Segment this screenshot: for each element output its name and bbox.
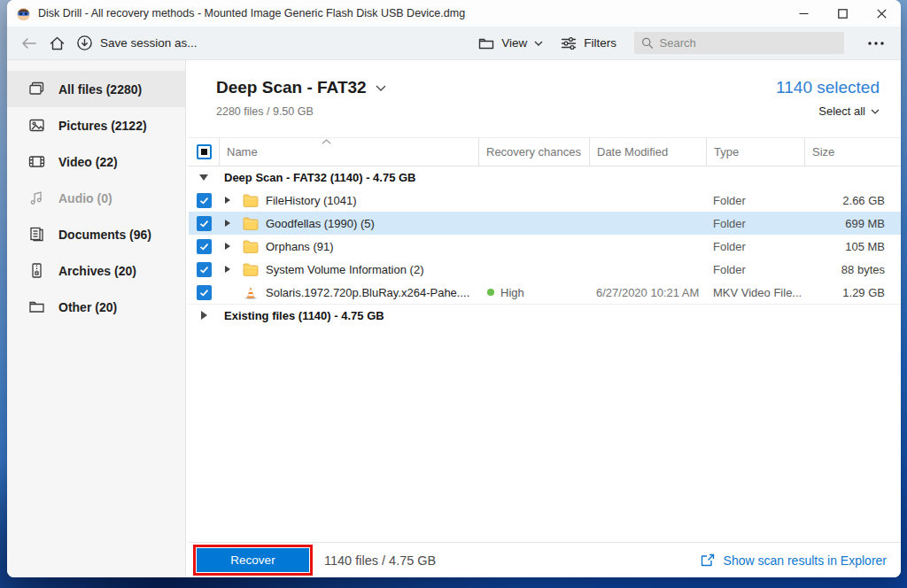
show-in-explorer-link[interactable]: Show scan results in Explorer (700, 553, 887, 568)
video-icon (28, 153, 45, 170)
check-icon (198, 287, 210, 298)
folder-icon (243, 263, 259, 276)
table-row[interactable]: System Volume Information (2) Folder 88 … (189, 258, 901, 281)
sidebar-item-label: Pictures (2122) (58, 119, 147, 133)
check-icon (198, 241, 210, 252)
minimize-icon (799, 9, 809, 19)
documents-icon (28, 226, 45, 243)
chevron-down-icon (871, 109, 880, 114)
bottom-bar: Recover 1140 files / 4.75 GB Show scan r… (189, 542, 901, 577)
pictures-icon (28, 117, 45, 134)
save-session-button[interactable]: Save session as... (76, 35, 198, 51)
annotation-highlight-box: Recover (193, 545, 313, 576)
table-row-selected[interactable]: Goodfellas (1990) (5) Folder 699 MB (189, 212, 901, 235)
search-box[interactable] (634, 32, 844, 54)
table-row[interactable]: Orphans (91) Folder 105 MB (189, 235, 901, 258)
row-checkbox[interactable] (197, 262, 212, 277)
select-all-label: Select all (818, 104, 865, 118)
sidebar-item-all-files[interactable]: All files (2280) (7, 71, 185, 107)
column-header-recovery[interactable]: Recovery chances (478, 138, 589, 166)
sidebar-item-archives[interactable]: Archives (20) (7, 252, 185, 289)
group-row-deep-scan[interactable]: Deep Scan - FAT32 (1140) - 4.75 GB (189, 166, 901, 189)
row-checkbox[interactable] (197, 239, 212, 254)
selected-count: 1140 selected (776, 78, 880, 97)
vlc-cone-icon (243, 286, 259, 299)
folder-icon (243, 194, 259, 207)
sidebar-item-label: Audio (0) (58, 191, 112, 205)
back-arrow-icon (21, 37, 36, 50)
collapse-arrow-icon[interactable] (199, 174, 208, 181)
chevron-down-icon (376, 85, 386, 91)
selection-summary: 1140 files / 4.75 GB (324, 553, 436, 568)
window-title: Disk Drill - All recovery methods - Moun… (38, 7, 465, 19)
chevron-down-icon (534, 41, 543, 46)
group-label: Deep Scan - FAT32 (1140) - 4.75 GB (219, 171, 901, 184)
file-type: MKV Video File... (706, 286, 804, 299)
check-icon (198, 264, 210, 275)
expand-arrow-icon[interactable] (225, 243, 230, 250)
expand-arrow-icon[interactable] (201, 311, 207, 320)
more-options-icon (868, 42, 884, 45)
all-files-icon (28, 81, 45, 97)
row-checkbox[interactable] (197, 285, 212, 300)
sidebar: All files (2280) Pictures (2122) Video (… (7, 60, 186, 577)
table-row[interactable]: Solaris.1972.720p.BluRay.x264-Pahe.... H… (189, 281, 901, 304)
archives-icon (28, 262, 45, 279)
column-header-type[interactable]: Type (706, 138, 804, 166)
table-row[interactable]: FileHistory (1041) Folder 2.66 GB (189, 189, 901, 212)
expand-arrow-icon[interactable] (225, 220, 230, 227)
maximize-button[interactable] (823, 0, 862, 27)
home-icon (49, 35, 66, 51)
filters-button[interactable]: Filters (561, 36, 616, 50)
recovery-chance: High (478, 286, 589, 299)
back-button[interactable] (14, 30, 43, 57)
other-icon (28, 298, 45, 315)
sidebar-item-video[interactable]: Video (22) (7, 143, 185, 180)
group-row-existing-files[interactable]: Existing files (1140) - 4.75 GB (189, 304, 901, 326)
main-panel: Deep Scan - FAT32 2280 files / 9.50 GB 1… (186, 60, 901, 577)
recover-button[interactable]: Recover (197, 548, 309, 572)
file-type: Folder (706, 240, 804, 253)
more-options-button[interactable] (862, 30, 890, 57)
search-input[interactable] (660, 36, 837, 50)
filters-icon (561, 36, 577, 50)
expand-arrow-icon[interactable] (225, 266, 230, 273)
row-checkbox[interactable] (197, 193, 212, 208)
column-header-size[interactable]: Size (804, 138, 901, 166)
sidebar-item-label: Documents (96) (58, 228, 151, 242)
close-button[interactable] (862, 0, 901, 27)
sort-ascending-icon (322, 139, 331, 144)
select-all-checkbox[interactable] (197, 144, 212, 159)
check-icon (198, 195, 210, 206)
file-size: 699 MB (804, 217, 901, 230)
search-icon (641, 36, 654, 50)
toolbar: Save session as... View Filters (7, 27, 901, 60)
file-name: System Volume Information (2) (266, 263, 423, 276)
column-header-date[interactable]: Date Modified (589, 138, 706, 166)
column-header-name[interactable]: Name (219, 138, 478, 166)
home-button[interactable] (43, 30, 71, 57)
scan-title-dropdown[interactable]: Deep Scan - FAT32 (216, 78, 386, 97)
view-dropdown[interactable]: View (478, 36, 543, 50)
sidebar-item-label: All files (2280) (58, 82, 142, 97)
view-folder-icon (478, 36, 494, 50)
folder-icon (243, 217, 259, 230)
save-session-icon (76, 35, 93, 51)
expand-arrow-icon[interactable] (225, 197, 230, 204)
row-checkbox[interactable] (197, 216, 212, 231)
select-all-dropdown[interactable]: Select all (818, 104, 880, 118)
minimize-button[interactable] (784, 0, 823, 27)
audio-icon (28, 190, 45, 206)
sidebar-item-documents[interactable]: Documents (96) (7, 216, 185, 252)
folder-icon (243, 240, 259, 253)
file-name: Goodfellas (1990) (5) (266, 217, 375, 230)
sidebar-item-other[interactable]: Other (20) (7, 289, 185, 325)
file-size: 88 bytes (804, 263, 901, 276)
view-label: View (501, 36, 527, 50)
filters-label: Filters (584, 36, 616, 50)
sidebar-item-pictures[interactable]: Pictures (2122) (7, 107, 185, 143)
file-name: FileHistory (1041) (266, 194, 357, 207)
scan-header: Deep Scan - FAT32 2280 files / 9.50 GB 1… (186, 60, 901, 137)
sidebar-item-audio[interactable]: Audio (0) (7, 180, 185, 216)
sidebar-item-label: Other (20) (58, 300, 117, 314)
